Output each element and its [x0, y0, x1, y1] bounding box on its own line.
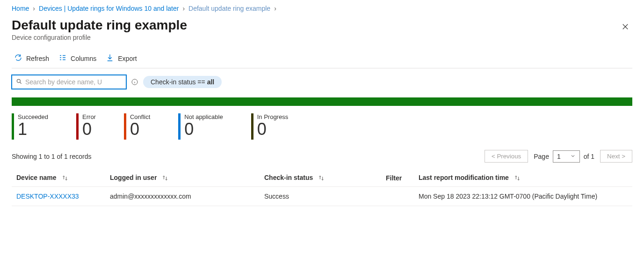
chevron-right-icon: ›: [274, 5, 276, 12]
breadcrumb-home[interactable]: Home: [12, 5, 29, 12]
breadcrumb-current[interactable]: Default update ring example: [188, 5, 270, 12]
status-card-not-applicable[interactable]: Not applicable 0: [178, 113, 223, 140]
chevron-right-icon: ›: [33, 5, 35, 12]
info-icon[interactable]: [131, 78, 138, 86]
breadcrumb-devices[interactable]: Devices | Update rings for Windows 10 an…: [39, 5, 179, 12]
toolbar: Refresh Columns Export: [12, 51, 632, 68]
close-button[interactable]: [618, 20, 632, 35]
filter-chip-value: all: [207, 78, 215, 86]
page-subtitle: Device configuration profile: [12, 34, 187, 41]
next-button[interactable]: Next >: [600, 150, 632, 163]
svg-point-0: [17, 79, 20, 82]
sort-icon: [318, 174, 325, 181]
records-summary: Showing 1 to 1 of 1 records: [12, 153, 91, 160]
page-number: 1: [557, 153, 561, 160]
refresh-icon: [14, 53, 22, 63]
table-row: DESKTOP-XXXXX33 admin@xxxxxxxxxxxxx.com …: [12, 187, 632, 206]
col-checkin-status-label: Check-in status: [264, 174, 313, 181]
page-label: Page: [534, 153, 549, 160]
status-bar-icon: [12, 113, 14, 140]
col-last-report-time[interactable]: Last report modification time: [414, 169, 632, 187]
status-bar-icon: [76, 113, 79, 140]
col-device-name-label: Device name: [16, 174, 57, 181]
status-value: 0: [130, 120, 150, 138]
chevron-right-icon: ›: [182, 5, 185, 12]
status-card-in-progress[interactable]: In Progress 0: [251, 113, 288, 140]
col-logged-in-user[interactable]: Logged in user: [105, 169, 260, 187]
sort-icon: [514, 174, 521, 181]
chevron-down-icon: [570, 153, 576, 160]
pager: < Previous Page 1 of 1 Next >: [485, 150, 632, 163]
col-device-name[interactable]: Device name: [12, 169, 105, 187]
status-value: 0: [82, 120, 96, 138]
filter-chip-checkin-status[interactable]: Check-in status == all: [143, 76, 222, 88]
breadcrumb: Home › Devices | Update rings for Window…: [12, 5, 632, 12]
col-last-report-time-label: Last report modification time: [419, 174, 509, 181]
status-progress-bar: [12, 97, 632, 106]
export-icon: [106, 53, 114, 63]
previous-button[interactable]: < Previous: [485, 150, 528, 163]
columns-button[interactable]: Columns: [58, 53, 96, 63]
search-icon: [16, 78, 22, 86]
search-box[interactable]: [12, 75, 126, 89]
search-input[interactable]: [22, 78, 122, 86]
col-filter-label: Filter: [386, 174, 402, 182]
status-card-succeeded[interactable]: Succeeded 1: [12, 113, 48, 140]
page-of-text: of 1: [584, 153, 594, 160]
export-label: Export: [118, 55, 137, 62]
cell-filter: [381, 187, 414, 206]
col-filter[interactable]: Filter: [381, 169, 414, 187]
cell-device-name[interactable]: DESKTOP-XXXXX33: [12, 187, 105, 206]
col-logged-in-user-label: Logged in user: [110, 174, 157, 181]
status-value: 1: [18, 120, 48, 138]
page-title: Default update ring example: [12, 18, 187, 33]
refresh-button[interactable]: Refresh: [14, 53, 49, 63]
status-bar-icon: [124, 113, 126, 140]
status-value: 0: [184, 120, 223, 138]
status-card-error[interactable]: Error 0: [76, 113, 96, 140]
status-summary-row: Succeeded 1 Error 0 Conflict 0 Not appli…: [12, 113, 632, 140]
columns-label: Columns: [71, 55, 96, 62]
status-bar-icon: [178, 113, 181, 140]
filter-chip-label: Check-in status ==: [151, 78, 207, 86]
cell-last-report-time: Mon Sep 18 2023 22:13:12 GMT-0700 (Pacif…: [414, 187, 632, 206]
col-checkin-status[interactable]: Check-in status: [260, 169, 381, 187]
results-table: Device name Logged in user Check-in stat…: [12, 169, 632, 206]
columns-icon: [58, 53, 67, 63]
close-icon: [621, 25, 630, 32]
sort-icon: [161, 174, 169, 181]
cell-logged-in-user: admin@xxxxxxxxxxxxx.com: [105, 187, 260, 206]
sort-icon: [61, 174, 69, 181]
status-card-conflict[interactable]: Conflict 0: [124, 113, 150, 140]
refresh-label: Refresh: [26, 55, 49, 62]
status-bar-icon: [251, 113, 253, 140]
cell-checkin-status: Success: [260, 187, 381, 206]
export-button[interactable]: Export: [106, 53, 137, 63]
status-value: 0: [257, 120, 288, 138]
page-select[interactable]: 1: [553, 150, 580, 163]
